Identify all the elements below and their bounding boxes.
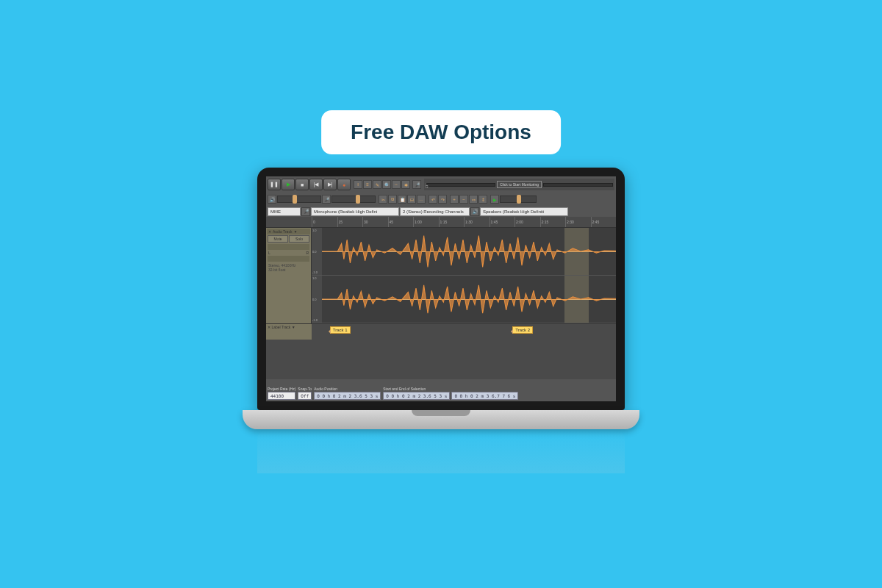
pause-button[interactable]: ❚❚ — [268, 179, 281, 190]
selection-tool-icon[interactable]: I — [354, 180, 362, 189]
page-title: Free DAW Options — [321, 110, 561, 154]
channels-select[interactable]: 2 (Stereo) Recording Channels — [400, 207, 470, 216]
project-rate-select[interactable]: 44100 — [268, 392, 295, 400]
transport-toolbar: ❚❚ ▶ ■ |◀ ▶| ● I ≡ ✎ 🔍 ↔ ✱ 🎤 L R — [266, 176, 616, 193]
silence-icon[interactable]: … — [417, 195, 426, 204]
paste-icon[interactable]: 📋 — [398, 195, 406, 204]
fit-selection-icon[interactable]: ⇔ — [469, 195, 478, 204]
play-button[interactable]: ▶ — [282, 179, 295, 190]
undo-icon[interactable]: ↶ — [429, 195, 437, 204]
timeline-tick: 2:15 — [540, 217, 566, 227]
timeline-tick: 45 — [388, 217, 414, 227]
timeline-tick: 1:15 — [439, 217, 465, 227]
stop-button[interactable]: ■ — [295, 179, 309, 190]
recording-meter[interactable]: L R Click to Start Monitoring — [424, 179, 614, 190]
meter-r-label: R — [426, 184, 429, 189]
timeline-tick: 1:30 — [464, 217, 490, 227]
label-track-name: Label Track — [271, 325, 290, 329]
label-track: ✕ Label Track ▼ Track 1 Track 2 — [266, 323, 616, 340]
laptop-reflection — [257, 429, 625, 473]
timeline-tick: 2:00 — [514, 217, 540, 227]
selection-start-field[interactable]: 0 0 h 0 2 m 2 3.6 5 3 s — [383, 392, 450, 400]
daw-screenshot: ❚❚ ▶ ■ |◀ ▶| ● I ≡ ✎ 🔍 ↔ ✱ 🎤 L R — [266, 176, 616, 401]
track-name: Audio Track — [273, 229, 292, 234]
playback-volume-slider[interactable] — [277, 196, 321, 203]
mute-button[interactable]: Mute — [268, 235, 288, 243]
pan-slider[interactable] — [268, 256, 309, 262]
zoom-out-icon[interactable]: − — [459, 195, 468, 204]
label-track-menu-icon[interactable]: ▼ — [292, 325, 295, 329]
input-device-icon: 🎤 — [301, 207, 310, 216]
waveform-left — [322, 228, 616, 275]
copy-icon[interactable]: ⧉ — [388, 195, 397, 204]
status-bar: Project Rate (Hz) 44100 Snap-To Off Audi… — [266, 379, 616, 401]
timeline-tick: 15 — [337, 217, 363, 227]
timeshift-tool-icon[interactable]: ↔ — [392, 180, 401, 189]
selection-end-field[interactable]: 0 0 h 0 2 m 3 6.7 7 6 s — [451, 392, 518, 400]
mic-volume-icon: 🎤 — [322, 195, 331, 204]
zoom-tool-icon[interactable]: 🔍 — [382, 180, 391, 189]
track-format-info: Stereo, 44100Hz 32-bit float — [267, 262, 310, 273]
audio-track: ✕ Audio Track ▼ Mute Solo L R — [266, 228, 616, 323]
speaker-icon: 🔊 — [268, 195, 276, 204]
project-rate-label: Project Rate (Hz) — [268, 387, 295, 391]
skip-start-button[interactable]: |◀ — [309, 179, 323, 190]
skip-end-button[interactable]: ▶| — [323, 179, 337, 190]
timeline-tick: 0 — [312, 217, 337, 227]
timeline-tick: 2:45 — [591, 217, 617, 227]
timeline-tick: 1:45 — [490, 217, 515, 227]
envelope-tool-icon[interactable]: ≡ — [363, 180, 372, 189]
audio-host-select[interactable]: MME — [268, 207, 301, 216]
timeline-tick: 1:00 — [413, 217, 439, 227]
playback-speed-slider[interactable] — [500, 196, 537, 203]
track-control-panel: ✕ Audio Track ▼ Mute Solo L R — [266, 228, 312, 323]
record-button[interactable]: ● — [337, 179, 351, 190]
waveform-display[interactable]: 1.0 0.0 -1.0 1.0 0.0 — [312, 228, 616, 323]
pan-right-label: R — [306, 251, 309, 255]
gain-slider[interactable] — [268, 244, 309, 250]
timeline-tick: 2:30 — [565, 217, 591, 227]
timeline-ruler[interactable]: 0 15 30 45 1:00 1:15 1:30 1:45 2:00 2:15… — [266, 217, 616, 228]
solo-button[interactable]: Solo — [289, 235, 309, 243]
input-device-select[interactable]: Microphone (Realtek High Defini — [311, 207, 399, 216]
snap-to-select[interactable]: Off — [298, 392, 312, 400]
multi-tool-icon[interactable]: ✱ — [401, 180, 410, 189]
recording-volume-slider[interactable] — [331, 196, 376, 203]
track-close-icon[interactable]: ✕ — [268, 229, 271, 234]
label-area[interactable]: Track 1 Track 2 — [312, 324, 616, 340]
snap-to-label: Snap-To — [298, 387, 312, 391]
label-track-close-icon[interactable]: ✕ — [268, 325, 270, 329]
label-marker[interactable]: Track 2 — [512, 326, 533, 334]
timeline-tick: 30 — [362, 217, 388, 227]
zoom-in-icon[interactable]: + — [450, 195, 459, 204]
draw-tool-icon[interactable]: ✎ — [373, 180, 381, 189]
audio-position-field[interactable]: 0 0 h 0 2 m 2 3.6 5 3 s — [314, 392, 381, 400]
audio-position-label: Audio Position — [314, 387, 381, 391]
meter-click-hint: Click to Start Monitoring — [497, 181, 542, 188]
play-at-speed-button[interactable]: ▶ — [490, 195, 499, 204]
cut-icon[interactable]: ✂ — [379, 195, 387, 204]
trim-icon[interactable]: ⊟ — [407, 195, 416, 204]
laptop-mockup: ❚❚ ▶ ■ |◀ ▶| ● I ≡ ✎ 🔍 ↔ ✱ 🎤 L R — [243, 168, 639, 473]
laptop-base — [243, 410, 639, 429]
track-menu-icon[interactable]: ▼ — [293, 229, 297, 234]
secondary-toolbar: 🔊 🎤 ✂ ⧉ 📋 ⊟ … ↶ ↷ + − ⇔ — [266, 193, 616, 206]
redo-icon[interactable]: ↷ — [438, 195, 447, 204]
fit-project-icon[interactable]: ⇕ — [478, 195, 487, 204]
label-marker[interactable]: Track 1 — [330, 326, 351, 334]
mic-icon: 🎤 — [412, 180, 421, 189]
pan-left-label: L — [268, 251, 270, 255]
selection-label: Start and End of Selection — [383, 387, 518, 391]
waveform-right — [322, 276, 616, 323]
output-device-icon: 🔊 — [470, 207, 479, 216]
output-device-select[interactable]: Speakers (Realtek High Definiti — [480, 207, 568, 216]
device-toolbar: MME 🎤 Microphone (Realtek High Defini 2 … — [266, 206, 616, 217]
